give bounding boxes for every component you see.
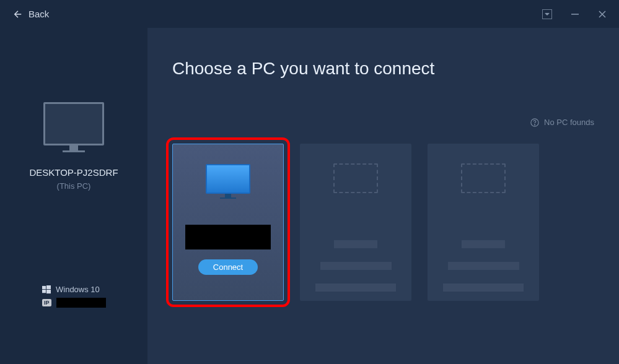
chevron-down-icon (545, 12, 550, 17)
svg-rect-3 (42, 285, 46, 288)
no-pc-found-link[interactable]: No PC founds (530, 118, 594, 127)
this-pc-sublabel: (This PC) (57, 181, 91, 191)
windows-icon (42, 285, 51, 294)
back-arrow-icon (12, 9, 24, 20)
back-button[interactable]: Back (12, 9, 49, 20)
pc-card-available[interactable]: Connect (172, 144, 284, 301)
this-pc-name: DESKTOP-PJ2SDRF (29, 167, 118, 178)
close-button[interactable] (598, 10, 607, 19)
pc-info: Windows 10 IP (42, 285, 106, 311)
pc-card-placeholder (428, 144, 539, 301)
svg-point-8 (535, 124, 535, 124)
ip-value-redacted (56, 298, 106, 308)
pc-name-redacted (185, 225, 271, 249)
svg-rect-5 (42, 290, 46, 293)
content-area: DESKTOP-PJ2SDRF (This PC) Windows 10 IP … (0, 28, 619, 364)
this-pc-monitor-icon (43, 102, 104, 145)
connect-button[interactable]: Connect (198, 259, 258, 275)
titlebar: Back (0, 0, 619, 28)
dropdown-button[interactable] (542, 9, 552, 19)
svg-rect-4 (46, 285, 51, 289)
minimize-button[interactable] (571, 10, 579, 19)
placeholder-content (300, 240, 411, 292)
main-panel: Choose a PC you want to connect No PC fo… (147, 28, 619, 364)
pc-monitor-placeholder-icon (333, 163, 378, 197)
os-label: Windows 10 (56, 285, 100, 294)
sidebar: DESKTOP-PJ2SDRF (This PC) Windows 10 IP (0, 28, 147, 364)
back-label: Back (29, 9, 49, 19)
svg-rect-6 (46, 290, 51, 293)
window-controls (542, 9, 607, 19)
pc-cards-row: Connect (172, 144, 594, 301)
pc-card-placeholder (300, 144, 411, 301)
no-pc-found-label: No PC founds (544, 118, 594, 127)
page-title: Choose a PC you want to connect (172, 59, 594, 79)
pc-monitor-placeholder-icon (461, 163, 506, 197)
help-icon (530, 118, 539, 127)
pc-monitor-icon (206, 164, 250, 197)
placeholder-content (428, 240, 539, 292)
ip-badge: IP (42, 299, 51, 306)
